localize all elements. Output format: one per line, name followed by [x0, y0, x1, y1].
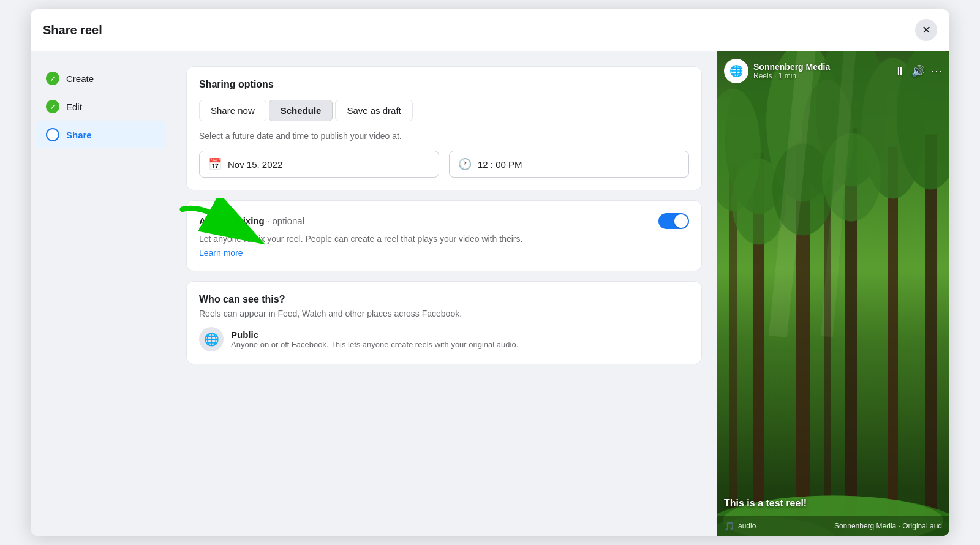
svg-rect-4	[888, 147, 898, 536]
close-button[interactable]: ✕	[915, 19, 937, 41]
remixing-card: Allow remixing · optional Let anyone rem…	[186, 200, 702, 271]
remixing-description: Let anyone remix your reel. People can c…	[199, 234, 689, 244]
mute-button[interactable]: 🔊	[911, 64, 925, 78]
sidebar-item-edit[interactable]: ✓ Edit	[36, 93, 166, 120]
visibility-card: Who can see this? Reels can appear in Fe…	[186, 281, 702, 364]
remixing-title-group: Allow remixing · optional	[199, 216, 304, 227]
create-icon: ✓	[45, 71, 60, 86]
sidebar-item-create[interactable]: ✓ Create	[36, 65, 166, 92]
time-value: 12 : 00 PM	[478, 159, 522, 170]
modal-title: Share reel	[43, 23, 102, 37]
tab-share-now[interactable]: Share now	[199, 100, 266, 121]
date-value: Nov 15, 2022	[228, 159, 282, 170]
remixing-optional: · optional	[267, 216, 304, 226]
svg-point-17	[822, 133, 881, 222]
sharing-tabs: Share now Schedule Save as draft	[199, 100, 689, 121]
sidebar-label-edit: Edit	[66, 102, 82, 112]
share-icon	[45, 127, 60, 142]
sidebar-label-create: Create	[66, 73, 94, 84]
audience-text: Public Anyone on or off Facebook. This l…	[231, 329, 518, 349]
remixing-header: Allow remixing · optional	[199, 213, 689, 229]
tab-schedule[interactable]: Schedule	[269, 100, 333, 121]
video-footer: This is a test reel!	[724, 498, 942, 511]
music-icon: 🎵	[724, 521, 734, 531]
check-circle-edit: ✓	[46, 100, 59, 113]
video-sub-label: Reels · 1 min	[753, 72, 830, 80]
sidebar-label-share: Share	[66, 130, 92, 140]
share-reel-modal: Share reel ✕ ✓ Create ✓ Edit	[31, 9, 949, 536]
audience-option[interactable]: 🌐 Public Anyone on or off Facebook. This…	[199, 327, 689, 351]
svg-rect-5	[925, 135, 937, 536]
video-user-info: 🌐 Sonnenberg Media Reels · 1 min	[724, 59, 830, 83]
blue-circle-share	[46, 128, 59, 141]
sharing-options-card: Sharing options Share now Schedule Save …	[186, 66, 702, 190]
pause-button[interactable]: ⏸	[894, 65, 905, 78]
visibility-description: Reels can appear in Feed, Watch and othe…	[199, 309, 689, 318]
modal-body: ✓ Create ✓ Edit Share	[31, 51, 949, 536]
sidebar-item-share[interactable]: Share	[36, 121, 166, 148]
main-content: Sharing options Share now Schedule Save …	[172, 51, 717, 536]
remixing-toggle[interactable]	[658, 213, 689, 229]
tab-save-draft[interactable]: Save as draft	[335, 100, 412, 121]
more-options-button[interactable]: ⋯	[931, 64, 942, 78]
channel-avatar: 🌐	[724, 59, 748, 83]
audience-desc: Anyone on or off Facebook. This lets any…	[231, 340, 518, 349]
date-input[interactable]: 📅 Nov 15, 2022	[199, 151, 439, 178]
date-time-row: 📅 Nov 15, 2022 🕐 12 : 00 PM	[199, 151, 689, 178]
toggle-knob	[674, 214, 688, 228]
clock-icon: 🕐	[458, 157, 472, 171]
sidebar: ✓ Create ✓ Edit Share	[31, 51, 172, 536]
audio-author: Sonnenberg Media · Original aud	[834, 522, 942, 530]
close-icon: ✕	[922, 23, 931, 37]
forest-svg	[717, 51, 949, 536]
video-controls: ⏸ 🔊 ⋯	[894, 64, 942, 78]
video-user-details: Sonnenberg Media Reels · 1 min	[753, 62, 830, 80]
video-caption: This is a test reel!	[724, 498, 942, 509]
video-audio-bar: 🎵 audio Sonnenberg Media · Original aud	[717, 516, 949, 536]
calendar-icon: 📅	[208, 157, 222, 171]
time-input[interactable]: 🕐 12 : 00 PM	[449, 151, 689, 178]
audio-author-info: Sonnenberg Media · Original aud	[834, 522, 942, 530]
check-circle-create: ✓	[46, 72, 59, 85]
channel-name: Sonnenberg Media	[753, 62, 830, 72]
modal-header: Share reel ✕	[31, 9, 949, 51]
sharing-options-title: Sharing options	[199, 79, 689, 90]
audio-info: 🎵 audio	[724, 521, 756, 531]
audience-label: Public	[231, 329, 518, 340]
visibility-title: Who can see this?	[199, 294, 689, 305]
learn-more-link[interactable]: Learn more	[199, 248, 243, 258]
video-preview-panel: 🌐 Sonnenberg Media Reels · 1 min ⏸ 🔊 ⋯ T…	[717, 51, 949, 536]
video-header: 🌐 Sonnenberg Media Reels · 1 min ⏸ 🔊 ⋯	[724, 59, 942, 83]
schedule-description: Select a future date and time to publish…	[199, 131, 689, 141]
public-icon: 🌐	[199, 327, 224, 351]
edit-icon: ✓	[45, 99, 60, 114]
audio-label: audio	[738, 522, 756, 530]
remixing-title: Allow remixing	[199, 216, 265, 226]
